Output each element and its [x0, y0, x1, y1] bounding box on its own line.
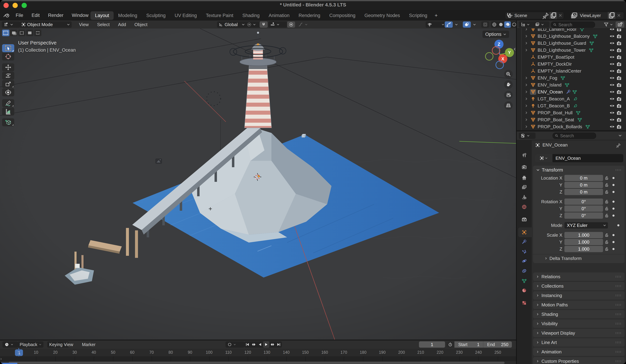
expand-icon[interactable]: [525, 29, 530, 31]
drag-handle-icon[interactable]: [615, 275, 622, 278]
disable-render-camera-icon[interactable]: [616, 96, 623, 101]
section-line-art[interactable]: Line Art: [533, 338, 625, 347]
hide-eye-icon[interactable]: [609, 76, 616, 80]
properties-tab-object-data[interactable]: [519, 277, 529, 285]
mode-dropdown[interactable]: Object Mode: [19, 21, 72, 28]
outliner-search-input[interactable]: [558, 22, 593, 28]
menu-edit[interactable]: Edit: [28, 13, 44, 18]
section-collections[interactable]: Collections: [533, 282, 625, 290]
lock-icon[interactable]: [603, 213, 611, 218]
expand-icon[interactable]: [525, 118, 530, 121]
value-field[interactable]: 0 m: [564, 189, 603, 195]
outliner-row-PROP_Boat_Hull[interactable]: PROP_Boat_Hull: [517, 109, 626, 116]
expand-icon[interactable]: [525, 111, 530, 114]
disable-render-camera-icon[interactable]: [616, 110, 623, 115]
blender-logo-icon[interactable]: [3, 12, 10, 18]
properties-tab-physics[interactable]: [519, 257, 529, 265]
properties-tab-texture[interactable]: [519, 299, 529, 307]
pivot-point-dropdown[interactable]: [245, 21, 261, 28]
prev-keyframe-button[interactable]: [251, 341, 257, 348]
expand-icon[interactable]: [525, 125, 530, 128]
select-mode-intersect[interactable]: [34, 30, 41, 36]
object-id-dropdown[interactable]: [535, 154, 552, 162]
object-name[interactable]: EMPTY_DockDir: [538, 61, 572, 67]
tab-scripting[interactable]: Scripting: [404, 11, 432, 20]
disable-render-camera-icon[interactable]: [616, 117, 623, 122]
tab-animation[interactable]: Animation: [264, 11, 294, 20]
value-field[interactable]: 0 m: [564, 175, 603, 181]
disable-render-camera-icon[interactable]: [616, 29, 623, 32]
tab-compositing[interactable]: Compositing: [325, 11, 360, 20]
delta-transform-header[interactable]: Delta Transform: [533, 254, 625, 262]
outliner-row-ENV_Island[interactable]: ENV_Island: [517, 81, 626, 88]
object-name[interactable]: BLD_Lantern_Roof: [538, 29, 576, 32]
object-name[interactable]: EMPTY_IslandCenter: [538, 68, 581, 74]
new-view-layer-icon[interactable]: [608, 12, 615, 19]
timeline-ruler[interactable]: 1020304050607080901001101201301401501601…: [0, 349, 516, 356]
tab-shading[interactable]: Shading: [238, 11, 264, 20]
section-custom-properties[interactable]: Custom Properties: [533, 357, 625, 364]
tab-modeling[interactable]: Modeling: [114, 11, 142, 20]
tool-cursor[interactable]: [2, 52, 14, 61]
hide-eye-icon[interactable]: [609, 41, 616, 45]
value-field[interactable]: 0 m: [564, 182, 603, 188]
timeline-menu-marker[interactable]: Marker: [82, 341, 96, 348]
tab-uv-editing[interactable]: UV Editing: [170, 11, 201, 20]
view-layer-selector[interactable]: ViewLayer ✕: [570, 12, 624, 19]
disable-render-camera-icon[interactable]: [616, 103, 623, 108]
hide-eye-icon[interactable]: [609, 29, 616, 32]
outliner-display-mode-dropdown[interactable]: [519, 21, 535, 28]
hide-eye-icon[interactable]: [609, 55, 616, 59]
section-visibility[interactable]: Visibility: [533, 320, 625, 328]
timeline-menu-playback[interactable]: Playback: [18, 341, 43, 348]
section-instancing[interactable]: Instancing: [533, 291, 625, 300]
hide-eye-icon[interactable]: [609, 124, 616, 129]
tool-scale[interactable]: [2, 80, 14, 88]
tab-texture-paint[interactable]: Texture Paint: [201, 11, 238, 20]
disable-render-camera-icon[interactable]: [616, 41, 623, 45]
expand-icon[interactable]: [525, 90, 530, 93]
tool-move[interactable]: [2, 63, 14, 71]
visibility-dropdown[interactable]: [426, 21, 446, 28]
menu-file[interactable]: File: [11, 13, 28, 18]
tool-measure[interactable]: [2, 108, 14, 116]
gizmo-neg-x-axis[interactable]: [492, 46, 500, 55]
object-name[interactable]: BLD_Lighthouse_Tower: [538, 47, 586, 53]
jump-to-start-button[interactable]: [244, 341, 251, 348]
lock-icon[interactable]: [603, 176, 611, 180]
outliner-row-LGT_Beacon_B[interactable]: LGT_Beacon_B: [517, 102, 626, 109]
scene-selector[interactable]: Scene ✕: [505, 12, 564, 19]
animate-dot[interactable]: [612, 184, 615, 186]
lock-icon[interactable]: [603, 233, 611, 237]
drag-handle-icon[interactable]: [615, 313, 622, 316]
properties-tab-collection[interactable]: [519, 215, 529, 223]
outliner-row-PROP_Dock_Bollards[interactable]: PROP_Dock_Bollards: [517, 123, 626, 130]
hide-eye-icon[interactable]: [609, 62, 616, 66]
animate-dot[interactable]: [612, 214, 615, 217]
lock-icon[interactable]: [603, 183, 611, 187]
object-name[interactable]: PROP_Boat_Hull: [538, 110, 573, 116]
outliner-row-EMPTY_DockDir[interactable]: EMPTY_DockDir: [517, 61, 626, 68]
tab-sculpting[interactable]: Sculpting: [142, 11, 170, 20]
3d-viewport-scene[interactable]: [0, 29, 516, 340]
animate-dot[interactable]: [612, 248, 615, 250]
section-relations[interactable]: Relations: [533, 273, 625, 281]
play-button[interactable]: [263, 341, 269, 348]
lock-icon[interactable]: [603, 206, 611, 211]
drag-handle-icon[interactable]: [615, 341, 622, 344]
properties-tab-scene[interactable]: [519, 193, 529, 201]
orthographic-toggle-icon[interactable]: [504, 101, 513, 110]
disable-render-camera-icon[interactable]: [616, 34, 623, 39]
expand-icon[interactable]: [525, 76, 530, 80]
tool-rotate[interactable]: [2, 72, 14, 80]
animate-dot[interactable]: [612, 241, 615, 243]
remove-view-layer-icon[interactable]: ✕: [615, 13, 622, 18]
playhead[interactable]: [18, 348, 19, 356]
lock-icon[interactable]: [603, 200, 611, 204]
object-name[interactable]: PROP_Boat_Seat: [538, 117, 574, 122]
value-field[interactable]: 1.000: [564, 239, 603, 245]
disable-render-camera-icon[interactable]: [616, 69, 623, 74]
outliner-row-ENV_Fog[interactable]: ENV_Fog: [517, 75, 626, 81]
outliner-row-BLD_Lighthouse_Guard[interactable]: BLD_Lighthouse_Guard: [517, 40, 626, 47]
animate-dot[interactable]: [612, 234, 615, 236]
